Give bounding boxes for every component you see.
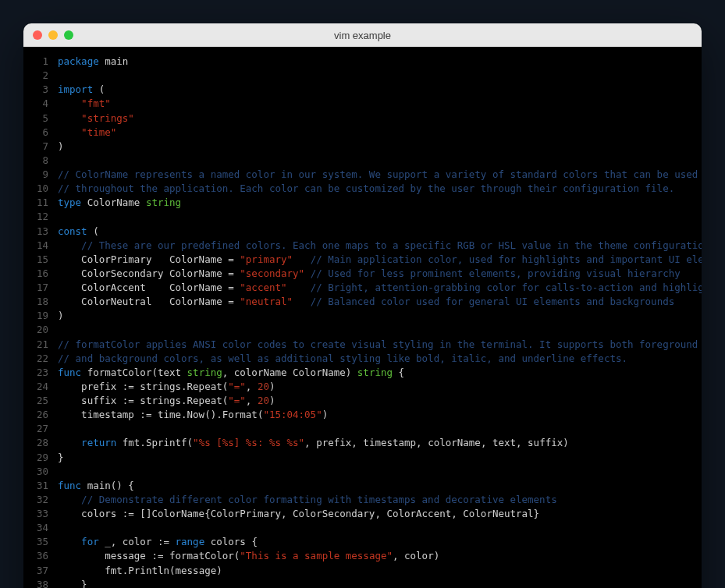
- code-content: prefix := strings.Repeat("=", 20): [58, 380, 275, 394]
- maximize-icon[interactable]: [64, 30, 73, 40]
- code-line: 28 return fmt.Sprintf("%s [%s] %s: %s %s…: [34, 436, 691, 450]
- line-number: 26: [34, 408, 58, 422]
- code-content: func formatColor(text string, colorName …: [58, 366, 404, 380]
- code-content: // formatColor applies ANSI color codes …: [58, 338, 698, 352]
- line-number: 13: [34, 225, 58, 239]
- line-number: 23: [34, 366, 58, 380]
- code-line: 4 "fmt": [34, 97, 691, 111]
- line-number: 18: [34, 295, 58, 309]
- code-line: 29}: [34, 451, 691, 465]
- code-line: 9// ColorName represents a named color i…: [34, 168, 691, 182]
- code-line: 16 ColorSecondary ColorName = "secondary…: [34, 267, 691, 281]
- code-content: // ColorName represents a named color in…: [58, 168, 698, 182]
- code-content: colors := []ColorName{ColorPrimary, Colo…: [58, 507, 539, 521]
- line-number: 36: [34, 549, 58, 563]
- code-content: [58, 422, 64, 436]
- code-content: import (: [58, 83, 105, 97]
- line-number: 12: [34, 210, 58, 224]
- code-content: [58, 154, 64, 168]
- code-line: 27: [34, 422, 691, 436]
- line-number: 28: [34, 436, 58, 450]
- line-number: 24: [34, 380, 58, 394]
- code-content: "strings": [58, 112, 134, 126]
- code-line: 1package main: [34, 55, 691, 69]
- code-content: ): [58, 140, 64, 154]
- code-content: // throughout the application. Each colo…: [58, 182, 674, 196]
- code-line: 21// formatColor applies ANSI color code…: [34, 338, 691, 352]
- code-content: [58, 521, 64, 535]
- line-number: 5: [34, 112, 58, 126]
- code-line: 20: [34, 323, 691, 337]
- code-line: 14 // These are our predefined colors. E…: [34, 239, 691, 253]
- code-content: [58, 69, 64, 83]
- line-number: 25: [34, 394, 58, 408]
- code-line: 38 }: [34, 578, 691, 588]
- code-content: type ColorName string: [58, 196, 181, 210]
- code-line: 35 for _, color := range colors {: [34, 535, 691, 549]
- line-number: 20: [34, 323, 58, 337]
- minimize-icon[interactable]: [48, 30, 58, 40]
- code-line: 2: [34, 69, 691, 83]
- code-line: 10// throughout the application. Each co…: [34, 182, 691, 196]
- code-content: // and background colors, as well as add…: [58, 352, 627, 366]
- code-line: 6 "time": [34, 126, 691, 140]
- line-number: 19: [34, 309, 58, 323]
- code-content: }: [58, 578, 87, 588]
- line-number: 11: [34, 196, 58, 210]
- line-number: 38: [34, 578, 58, 588]
- code-line: 32 // Demonstrate different color format…: [34, 493, 691, 507]
- line-number: 15: [34, 253, 58, 267]
- line-number: 2: [34, 69, 58, 83]
- code-line: 3import (: [34, 83, 691, 97]
- line-number: 31: [34, 479, 58, 493]
- line-number: 37: [34, 564, 58, 578]
- code-content: // These are our predefined colors. Each…: [58, 239, 702, 253]
- code-content: suffix := strings.Repeat("=", 20): [58, 394, 275, 408]
- code-content: func main() {: [58, 479, 134, 493]
- titlebar: vim example: [23, 23, 702, 47]
- line-number: 4: [34, 97, 58, 111]
- code-content: [58, 465, 64, 479]
- line-number: 30: [34, 465, 58, 479]
- code-line: 24 prefix := strings.Repeat("=", 20): [34, 380, 691, 394]
- code-content: message := formatColor("This is a sample…: [58, 549, 439, 563]
- code-content: const (: [58, 225, 99, 239]
- code-content: ColorNeutral ColorName = "neutral" // Ba…: [58, 295, 674, 309]
- window-title: vim example: [23, 30, 702, 41]
- code-line: 22// and background colors, as well as a…: [34, 352, 691, 366]
- line-number: 29: [34, 451, 58, 465]
- close-icon[interactable]: [33, 30, 42, 40]
- code-content: ColorSecondary ColorName = "secondary" /…: [58, 267, 681, 281]
- line-number: 21: [34, 338, 58, 352]
- code-content: ColorPrimary ColorName = "primary" // Ma…: [58, 253, 702, 267]
- line-number: 32: [34, 493, 58, 507]
- code-content: }: [58, 451, 64, 465]
- code-content: timestamp := time.Now().Format("15:04:05…: [58, 408, 328, 422]
- code-content: return fmt.Sprintf("%s [%s] %s: %s %s", …: [58, 436, 569, 450]
- code-line: 34: [34, 521, 691, 535]
- line-number: 7: [34, 140, 58, 154]
- terminal-window: vim example 1package main2 3import (4 "f…: [23, 23, 702, 588]
- code-line: 18 ColorNeutral ColorName = "neutral" //…: [34, 295, 691, 309]
- line-number: 8: [34, 154, 58, 168]
- code-content: for _, color := range colors {: [58, 535, 258, 549]
- code-content: fmt.Println(message): [58, 564, 222, 578]
- code-line: 5 "strings": [34, 112, 691, 126]
- line-number: 22: [34, 352, 58, 366]
- editor-area[interactable]: 1package main2 3import (4 "fmt"5 "string…: [23, 47, 702, 588]
- code-content: "time": [58, 126, 116, 140]
- code-line: 31func main() {: [34, 479, 691, 493]
- code-line: 12: [34, 210, 691, 224]
- code-line: 8: [34, 154, 691, 168]
- code-content: // Demonstrate different color formattin…: [58, 493, 557, 507]
- code-line: 23func formatColor(text string, colorNam…: [34, 366, 691, 380]
- code-line: 25 suffix := strings.Repeat("=", 20): [34, 394, 691, 408]
- traffic-lights: [33, 30, 73, 40]
- code-line: 37 fmt.Println(message): [34, 564, 691, 578]
- code-line: 30: [34, 465, 691, 479]
- line-number: 34: [34, 521, 58, 535]
- code-content: ColorAccent ColorName = "accent" // Brig…: [58, 281, 702, 295]
- line-number: 3: [34, 83, 58, 97]
- line-number: 35: [34, 535, 58, 549]
- code-content: "fmt": [58, 97, 111, 111]
